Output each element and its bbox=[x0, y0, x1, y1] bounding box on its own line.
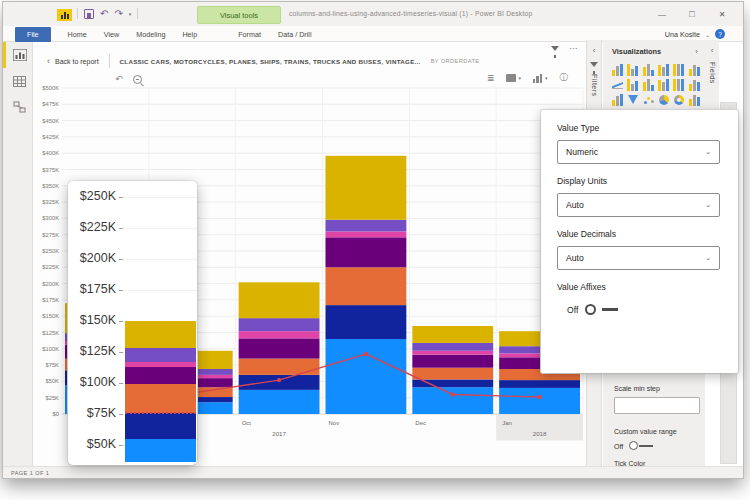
bar-segment-motorcycles[interactable] bbox=[499, 380, 580, 388]
bar-segment-ships[interactable] bbox=[326, 237, 407, 267]
filters-pane-label: Filters bbox=[591, 74, 598, 97]
line-and-stacked-column-chart-icon[interactable] bbox=[656, 77, 671, 92]
bar-segment-trains[interactable] bbox=[239, 331, 320, 338]
y-axis-tick-label: $225K bbox=[42, 264, 59, 270]
tab-view[interactable]: View bbox=[104, 30, 119, 39]
display-units-select[interactable]: Auto⌄ bbox=[557, 193, 720, 217]
area-chart-icon[interactable] bbox=[625, 77, 640, 92]
redo-icon[interactable]: ↷ bbox=[114, 8, 122, 19]
bar-segment-vintage-cars[interactable] bbox=[326, 156, 407, 220]
bar-segment-motorcycles[interactable] bbox=[326, 305, 407, 339]
data-view-icon bbox=[13, 76, 26, 87]
line-marker[interactable] bbox=[277, 378, 281, 382]
100-stacked-column-chart-icon[interactable] bbox=[686, 62, 701, 77]
customize-toolbar-caret-icon[interactable]: ▾ bbox=[129, 11, 132, 17]
quick-access-toolbar: ↶ ↷ ▾ bbox=[77, 8, 138, 19]
bar-segment-trucks-and-buses[interactable] bbox=[412, 343, 493, 351]
axis-magnifier-lens[interactable]: $250K$225K$200K$175K$150K$125K$100K$75K$… bbox=[68, 181, 197, 465]
lens-tick-mark bbox=[119, 414, 123, 416]
lens-axis-label: $250K bbox=[80, 189, 116, 203]
back-to-report-button[interactable]: ‹ Back to report bbox=[47, 56, 99, 66]
filters-funnel-icon bbox=[590, 62, 598, 67]
bar-segment-trucks-and-buses[interactable] bbox=[326, 220, 407, 232]
model-view-button[interactable] bbox=[3, 94, 33, 120]
ribbon-chart-icon[interactable] bbox=[686, 77, 701, 92]
waterfall-chart-icon[interactable] bbox=[610, 92, 625, 107]
donut-chart-icon[interactable] bbox=[671, 92, 686, 107]
lens-bar-segment bbox=[125, 439, 196, 463]
lens-axis-label: $100K bbox=[80, 375, 116, 389]
line-marker[interactable] bbox=[364, 352, 368, 356]
bar-segment-trains[interactable] bbox=[326, 231, 407, 237]
bar-segment-planes[interactable] bbox=[412, 368, 493, 380]
bar-segment-classic-cars[interactable] bbox=[326, 339, 407, 414]
tab-file[interactable]: File bbox=[15, 27, 51, 42]
scale-min-step-label: Scale min step bbox=[614, 385, 696, 392]
bar-segment-motorcycles[interactable] bbox=[239, 375, 320, 390]
stacked-column-chart-icon[interactable] bbox=[625, 62, 640, 77]
style-dropdown[interactable]: ▾ bbox=[506, 74, 521, 82]
pie-chart-icon[interactable] bbox=[656, 92, 671, 107]
custom-value-range-state: Off bbox=[614, 443, 623, 450]
bar-segment-planes[interactable] bbox=[326, 267, 407, 305]
visual-type-gallery bbox=[610, 62, 702, 107]
value-affixes-toggle[interactable]: Off bbox=[557, 304, 722, 315]
report-view-button[interactable] bbox=[3, 42, 33, 68]
lens-tick-mark bbox=[119, 352, 123, 354]
bar-segment-trucks-and-buses[interactable] bbox=[239, 318, 320, 331]
treemap-icon[interactable] bbox=[686, 92, 701, 107]
bar-segment-ships[interactable] bbox=[412, 355, 493, 368]
bar-segment-classic-cars[interactable] bbox=[499, 388, 580, 414]
stacked-area-chart-icon[interactable] bbox=[641, 77, 656, 92]
clustered-column-chart-icon[interactable] bbox=[656, 62, 671, 77]
filter-funnel-icon[interactable] bbox=[551, 46, 559, 51]
100-stacked-bar-chart-icon[interactable] bbox=[671, 62, 686, 77]
select-value: Numeric bbox=[566, 147, 598, 157]
value-type-select[interactable]: Numeric⌄ bbox=[557, 140, 720, 164]
stacked-bar-chart-icon[interactable] bbox=[610, 62, 625, 77]
account-chevron-icon[interactable]: ⌄ bbox=[705, 31, 710, 38]
funnel-chart-icon[interactable] bbox=[625, 92, 640, 107]
line-marker[interactable] bbox=[451, 392, 455, 396]
field-label: Value Decimals bbox=[557, 229, 722, 239]
x-axis-month-label: Oct bbox=[242, 420, 252, 426]
value-decimals-select[interactable]: Auto⌄ bbox=[557, 246, 720, 270]
bar-segment-ships[interactable] bbox=[239, 338, 320, 358]
bar-segment-classic-cars[interactable] bbox=[239, 390, 320, 414]
bar-segment-vintage-cars[interactable] bbox=[412, 326, 493, 343]
scatter-chart-icon[interactable] bbox=[641, 92, 656, 107]
save-icon[interactable] bbox=[84, 9, 94, 19]
lens-gridline bbox=[120, 290, 197, 291]
tab-data-drill[interactable]: Data / Drill bbox=[278, 30, 312, 39]
tab-format[interactable]: Format bbox=[238, 30, 261, 39]
line-and-clustered-column-chart-icon[interactable] bbox=[671, 77, 686, 92]
tab-help[interactable]: Help bbox=[182, 30, 197, 39]
data-view-button[interactable] bbox=[3, 68, 33, 94]
visual-by-label: BY ORDERDATE bbox=[431, 58, 480, 64]
clustered-bar-chart-icon[interactable] bbox=[641, 62, 656, 77]
collapse-visualizations-chevron-icon[interactable]: › bbox=[695, 47, 698, 56]
account-name: Una Koslte bbox=[665, 30, 700, 39]
bar-segment-planes[interactable] bbox=[239, 359, 320, 375]
line-chart-icon[interactable] bbox=[610, 77, 625, 92]
scale-min-step-input[interactable] bbox=[614, 397, 700, 414]
expand-fields-chevron-icon[interactable]: ‹ bbox=[711, 46, 714, 55]
minimize-button[interactable]: — bbox=[647, 2, 677, 26]
field-label: Display Units bbox=[557, 176, 722, 186]
y-axis-tick-label: $175K bbox=[42, 297, 59, 303]
maximize-button[interactable]: □ bbox=[677, 2, 707, 26]
y-axis-tick-label: $250K bbox=[42, 248, 59, 254]
caret-icon: ▾ bbox=[518, 75, 521, 81]
bar-segment-trains[interactable] bbox=[412, 351, 493, 355]
help-icon[interactable]: ? bbox=[715, 29, 725, 39]
custom-value-range-toggle[interactable] bbox=[629, 441, 655, 451]
tab-home[interactable]: Home bbox=[68, 30, 87, 39]
scale-min-step-section: Scale min step bbox=[614, 385, 696, 414]
close-button[interactable]: ✕ bbox=[707, 2, 737, 26]
undo-icon[interactable]: ↶ bbox=[100, 8, 108, 19]
bar-segment-classic-cars[interactable] bbox=[412, 387, 493, 414]
line-marker[interactable] bbox=[537, 395, 541, 399]
expand-filters-chevron-icon[interactable]: ‹ bbox=[593, 46, 596, 55]
tab-modeling[interactable]: Modeling bbox=[136, 30, 165, 39]
bar-segment-vintage-cars[interactable] bbox=[239, 282, 320, 318]
